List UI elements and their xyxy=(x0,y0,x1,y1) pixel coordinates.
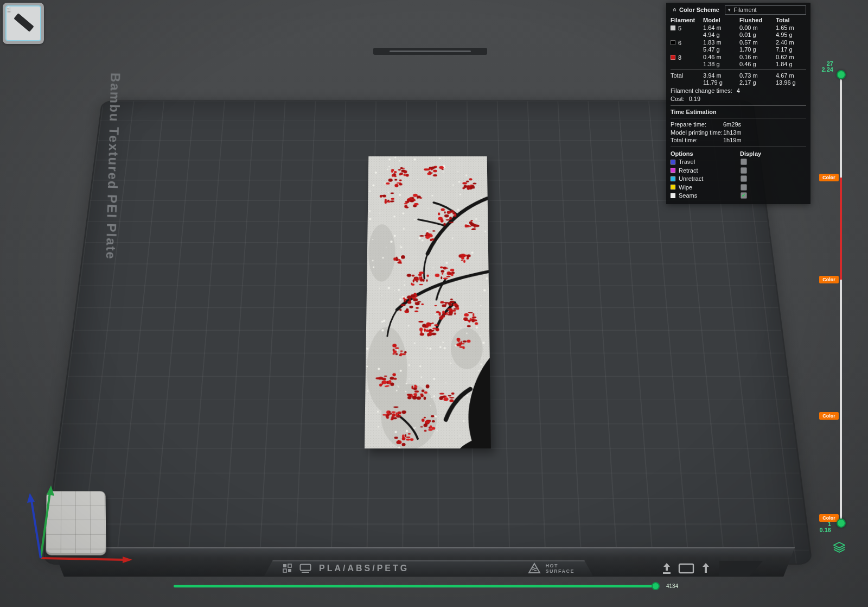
arrow-up-icon xyxy=(701,562,711,575)
color-change-badge[interactable]: Color xyxy=(819,276,839,283)
option-row-unretract: Unretract xyxy=(671,175,806,184)
option-row-seams: Seams xyxy=(671,192,806,200)
wipe-swatch xyxy=(671,185,675,189)
view-type-dropdown[interactable]: ▾ Filament xyxy=(725,5,806,15)
plate-outline-icon xyxy=(678,562,694,575)
col-model: Model xyxy=(703,17,739,23)
total-row: Total 3.94 m11.79 g 0.73 m2.17 g 4.67 m1… xyxy=(671,72,806,86)
retract-checkbox[interactable] xyxy=(741,167,747,174)
preview-viewport[interactable]: Bambu Textured PEI Plate xyxy=(0,0,868,607)
axis-gizmo xyxy=(16,478,141,570)
color-change-badge[interactable]: Color xyxy=(819,174,839,181)
filament-row: 5 1.64 m4.94 g 0.00 m0.01 g 1.65 m4.95 g xyxy=(671,24,806,38)
collapse-icon[interactable]: » xyxy=(671,6,678,14)
move-slider-handle[interactable] xyxy=(652,582,660,590)
sliced-model-preview[interactable] xyxy=(365,156,491,448)
filament-change-row: Filament change times: 4 xyxy=(671,87,806,95)
x-axis xyxy=(41,558,125,560)
move-slider-value: 4134 xyxy=(666,583,678,589)
cost-row: Cost: 0.19 xyxy=(671,95,806,103)
filament-swatch xyxy=(671,55,675,60)
option-row-retract: Retract xyxy=(671,166,806,175)
filament-swatch xyxy=(671,40,675,45)
layer-slider-bottom-value: 1 0.16 xyxy=(803,521,831,533)
divider xyxy=(671,147,806,147)
travel-swatch xyxy=(671,160,675,165)
filament-table-header: Filament Model Flushed Total xyxy=(671,17,806,23)
time-row: Prepare time: 6m29s xyxy=(671,121,806,129)
time-estimation-title: Time Estimation xyxy=(671,108,806,116)
grid-icon xyxy=(283,564,292,573)
seams-swatch xyxy=(671,193,675,198)
layers-icon[interactable] xyxy=(833,542,845,553)
arrow-up-tray-icon xyxy=(662,562,672,575)
layer-slider-segment xyxy=(840,178,842,280)
filament-row: 8 0.46 m1.38 g 0.16 m0.46 g 0.62 m1.84 g xyxy=(671,54,806,67)
col-total: Total xyxy=(776,17,806,23)
seams-checkbox[interactable] xyxy=(741,192,747,199)
plate-handle xyxy=(373,48,487,55)
filament-id: 8 xyxy=(678,54,681,61)
color-scheme-panel: » Color Scheme ▾ Filament Filament Model… xyxy=(666,3,810,204)
view-type-value: Filament xyxy=(734,7,757,13)
thumbnail-model-silhouette xyxy=(14,13,34,31)
plate-thumbnail[interactable]: 1 xyxy=(3,3,44,44)
col-filament: Filament xyxy=(671,17,703,23)
chevron-down-icon: ▾ xyxy=(728,8,731,12)
unretract-checkbox[interactable] xyxy=(741,175,747,182)
plate-settings-bar[interactable]: PLA/ABS/PETG HOT SURFACE xyxy=(264,560,593,576)
time-row: Model printing time: 1h13m xyxy=(671,129,806,137)
option-row-wipe: Wipe xyxy=(671,183,806,192)
filament-row: 6 1.83 m5.47 g 0.57 m1.70 g 2.40 m7.17 g xyxy=(671,39,806,53)
move-slider-track[interactable] xyxy=(174,585,656,587)
unretract-swatch xyxy=(671,176,675,181)
filament-swatch xyxy=(671,26,675,30)
panel-title: Color Scheme xyxy=(679,7,719,13)
divider xyxy=(671,69,806,70)
filament-id: 5 xyxy=(678,25,681,31)
z-axis xyxy=(31,501,41,558)
move-slider[interactable]: 4134 xyxy=(174,581,694,591)
option-row-travel: Travel xyxy=(671,158,806,167)
layer-slider-track[interactable] xyxy=(840,79,842,520)
divider xyxy=(671,118,806,118)
time-row: Total time: 1h19m xyxy=(671,136,806,144)
layer-slider-top-handle[interactable] xyxy=(837,70,846,79)
hot-surface-warning: HOT SURFACE xyxy=(528,562,575,574)
options-header: Options Display xyxy=(671,149,806,158)
plate-icon xyxy=(299,564,311,573)
col-flushed: Flushed xyxy=(739,17,776,23)
warning-triangle-icon xyxy=(528,562,541,574)
retract-swatch xyxy=(671,168,675,173)
wipe-checkbox[interactable] xyxy=(741,184,747,191)
travel-checkbox[interactable] xyxy=(741,159,747,165)
materials-label: PLA/ABS/PETG xyxy=(319,564,409,573)
y-axis xyxy=(41,493,50,558)
layer-slider-bottom-handle[interactable] xyxy=(837,519,846,528)
plate-edge-icons xyxy=(662,562,711,575)
plate-number: 1 xyxy=(7,5,11,13)
filament-id: 6 xyxy=(678,40,681,46)
divider xyxy=(671,105,806,106)
plate-handle-slot xyxy=(390,50,471,52)
color-change-badge[interactable]: Color xyxy=(819,412,839,420)
model-artwork xyxy=(365,156,491,448)
